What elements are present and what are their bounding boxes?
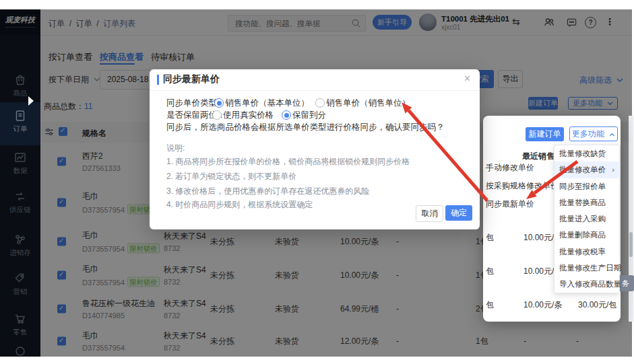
panel-price-cell: 30.00元/包 (578, 299, 616, 311)
more-functions-menu: 批量修改缺货 批量修改单价 › 同步至报价单 批量替换商品 批量进入采购 批量删… (554, 145, 620, 293)
menu-item-batch-into-purchase[interactable]: 批量进入采购 (554, 211, 619, 227)
radio-label-sale-unit[interactable]: 销售单价（销售单位） (326, 98, 410, 109)
panel-price-cell: 10.00元/条 (524, 299, 562, 311)
menu-item-batch-edit-production-date[interactable]: 批量修改生产日期 (554, 260, 619, 276)
chevron-up-icon (609, 133, 615, 137)
radio-label-base-unit[interactable]: 销售单价（基本单位） (225, 98, 309, 109)
menu-item-batch-edit-price[interactable]: 批量修改单价 › (554, 161, 619, 178)
note-line: 2. 若订单为锁定状态，则不更新单价 (166, 171, 296, 182)
cancel-button[interactable]: 取消 (416, 205, 443, 222)
radio-label-keep-cent[interactable]: 保留到分 (292, 110, 326, 121)
radio-label-real-price[interactable]: 使用真实价格 (223, 110, 274, 121)
notes-title: 说明: (166, 143, 185, 154)
modal-divider (150, 90, 480, 91)
radio-real-price[interactable] (212, 110, 222, 120)
radio-sale-price-base-unit[interactable] (214, 98, 224, 108)
panel-unit-cell: 包 (486, 232, 494, 244)
menu-item-batch-edit-stockout[interactable]: 批量修改缺货 (554, 145, 619, 161)
menu-item-batch-delete-product[interactable]: 批量删除商品 (554, 227, 619, 243)
menu-item-batch-replace-product[interactable]: 批量替换商品 (554, 194, 619, 211)
app-root: 观麦科技 订单 / 订单 / 订单列表 新手引导 T10001 先进先出01 x… (0, 0, 634, 364)
radio-sale-price-sale-unit[interactable] (315, 98, 325, 108)
menu-item-sync-to-quotation[interactable]: 同步至报价单 (554, 178, 619, 194)
scrollbar-thumb[interactable] (629, 232, 633, 257)
more-functions-button[interactable]: 更多功能 (569, 126, 618, 141)
note-line: 4. 时价商品同步规则，根据系统设置确定 (166, 199, 313, 211)
modal-title-accent (157, 75, 159, 85)
panel-unit-cell: 包 (486, 266, 494, 277)
menu-item-batch-edit-tax[interactable]: 批量修改税率 (554, 244, 619, 260)
sidebar-caret[interactable] (28, 96, 34, 106)
submenu-arrow-icon: › (612, 161, 614, 178)
radio-keep-cent[interactable] (282, 110, 291, 120)
submenu-item-edit-by-purchase-spec[interactable]: 按采购规格修改单价 (486, 180, 559, 192)
sync-latest-price-modal: 同步最新单价 × 同步单价类型： 销售单价（基本单位） 销售单价（销售单位） 是… (150, 69, 480, 229)
new-order-button[interactable]: 新建订单 (526, 127, 564, 141)
note-line: 3. 修改价格后，使用优惠券的订单存在退还优惠券的风险 (166, 186, 369, 197)
confirm-question: 同步后，所选商品价格会根据所选单价类型进行价格同步，确认要同步吗？ (166, 122, 445, 133)
modal-title: 同步最新单价 (163, 73, 220, 85)
close-icon[interactable]: × (464, 73, 470, 85)
note-line: 1. 商品将同步所在报价单的价格，锁价商品将根据锁价规则同步价格 (166, 156, 410, 168)
panel-unit-cell: 包 (486, 299, 494, 311)
submenu-item-sync-latest-price[interactable]: 同步最新单价 (486, 198, 534, 210)
submenu-item-manual-edit-price[interactable]: 手动修改单价 (486, 162, 534, 174)
confirm-button[interactable]: 确定 (445, 205, 472, 221)
menu-item-import-edit-quantity[interactable]: 导入修改商品数量 (554, 276, 619, 292)
